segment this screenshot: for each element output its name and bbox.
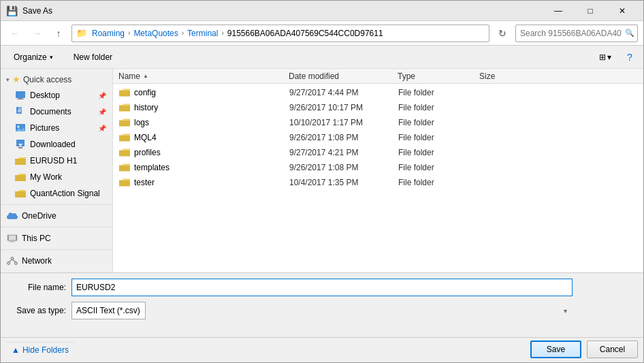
file-name: history [134,103,158,112]
view-button[interactable]: ⊞ ▾ [594,49,616,65]
organize-button[interactable]: Organize ▾ [6,49,61,65]
onedrive-label: OneDrive [22,211,57,221]
up-button[interactable]: ↑ [50,25,67,42]
breadcrumb-metaquotes[interactable]: MetaQuotes [133,29,178,38]
file-date: 10/4/2017 1:35 PM [289,178,398,187]
title-bar-buttons: — □ ✕ [543,1,638,21]
mywork-folder-icon [15,172,26,183]
file-date: 9/27/2017 4:21 PM [289,148,398,157]
sidebar-item-documents[interactable]: Documents 📌 [1,104,112,120]
svg-line-21 [12,259,16,262]
col-size-header[interactable]: Size [479,72,534,81]
downloaded-icon [15,139,26,150]
hide-folders-icon: ▲ [12,345,20,355]
file-name: profiles [134,148,161,157]
search-input[interactable] [520,29,622,38]
filetype-select[interactable]: ASCII Text (*.csv) [71,302,146,319]
quantaction-folder-icon [15,188,26,199]
quantaction-label: QuantAction Signal [30,189,100,198]
breadcrumb-terminal[interactable]: Terminal [187,29,218,38]
cancel-button[interactable]: Cancel [587,341,638,358]
sidebar-divider-3 [1,249,112,250]
thispc-icon [7,233,18,244]
file-list-area: Name ▲ Date modified Type Size [113,69,643,272]
table-row[interactable]: MQL4 9/26/2017 1:08 PM File folder [113,130,643,145]
quick-access-header[interactable]: ▾ ★ Quick access [1,72,112,87]
column-header: Name ▲ Date modified Type Size [113,69,643,84]
sidebar-item-thispc[interactable]: This PC [1,230,112,247]
documents-icon [15,106,26,117]
help-button[interactable]: ? [622,49,638,65]
svg-point-17 [11,257,14,260]
desktop-label: Desktop [30,91,60,100]
table-row[interactable]: profiles 9/27/2017 4:21 PM File folder [113,145,643,160]
file-type: File folder [398,163,480,172]
bottom-area: File name: Save as type: ASCII Text (*.c… [1,272,643,337]
close-button[interactable]: ✕ [607,1,638,21]
table-row[interactable]: logs 10/10/2017 1:17 PM File folder [113,115,643,130]
maximize-button[interactable]: □ [575,1,606,21]
pin-desktop-icon: 📌 [98,92,106,99]
sort-arrow-icon: ▲ [143,73,148,79]
view-icon: ⊞ [599,52,606,62]
refresh-button[interactable]: ↻ [494,25,511,42]
svg-rect-16 [10,241,16,242]
sidebar-item-network[interactable]: Network [1,253,112,269]
file-list: config 9/27/2017 4:44 PM File folder his… [113,84,643,272]
sidebar: ▾ ★ Quick access Desktop 📌 Documents [1,69,113,272]
quick-access-expand-icon: ▾ [6,76,10,83]
file-name: logs [134,118,149,127]
view-chevron-icon: ▾ [607,52,611,62]
breadcrumb-id[interactable]: 915566BA06ADA407569C544CC0D97611 [227,29,383,38]
sidebar-divider-2 [1,227,112,227]
col-name-header[interactable]: Name ▲ [118,72,289,81]
file-type: File folder [398,103,480,112]
new-folder-button[interactable]: New folder [66,49,120,65]
sidebar-item-onedrive[interactable]: OneDrive [1,208,112,224]
sidebar-item-desktop[interactable]: Desktop 📌 [1,87,112,104]
table-row[interactable]: tester 10/4/2017 1:35 PM File folder [113,175,643,190]
hide-folders-button[interactable]: ▲ Hide Folders [6,342,74,358]
downloaded-label: Downloaded [30,140,76,149]
pictures-icon [15,123,26,133]
sidebar-item-quantaction[interactable]: QuantAction Signal [1,185,112,202]
minimize-button[interactable]: — [543,1,574,21]
documents-label: Documents [30,107,71,116]
breadcrumb-roaming[interactable]: Roaming [92,29,125,38]
desktop-icon [15,90,26,101]
address-bar-row: ← → ↑ 📁 Roaming › MetaQuotes › Terminal … [1,21,643,46]
col-date-header[interactable]: Date modified [289,72,398,81]
dialog-icon: 💾 [6,5,17,16]
eurusd-label: EURUSD H1 [30,156,77,165]
breadcrumb: 📁 Roaming › MetaQuotes › Terminal › 9155… [71,25,489,42]
mywork-label: My Work [30,172,62,182]
sidebar-item-eurusd[interactable]: EURUSD H1 [1,153,112,169]
save-as-dialog: 💾 Save As — □ ✕ ← → ↑ 📁 Roaming › MetaQu… [0,0,644,363]
dialog-title: Save As [22,6,52,16]
sidebar-item-mywork[interactable]: My Work [1,169,112,185]
footer: ▲ Hide Folders Save Cancel [1,337,643,362]
col-type-header[interactable]: Type [398,72,479,81]
pin-pictures-icon: 📌 [98,125,106,132]
organize-chevron-icon: ▾ [50,54,53,61]
table-row[interactable]: templates 9/26/2017 1:08 PM File folder [113,160,643,175]
svg-point-18 [7,262,10,265]
sidebar-item-pictures[interactable]: Pictures 📌 [1,120,112,136]
file-name: templates [134,163,170,172]
toolbar: Organize ▾ New folder ⊞ ▾ ? [1,46,643,69]
file-date: 9/26/2017 1:08 PM [289,163,398,172]
title-bar: 💾 Save As — □ ✕ [1,1,643,21]
svg-rect-15 [10,241,14,242]
table-row[interactable]: config 9/27/2017 4:44 PM File folder [113,85,643,100]
forward-button: → [28,25,46,42]
filename-input[interactable] [71,279,573,296]
svg-point-8 [18,126,20,128]
save-button[interactable]: Save [530,341,581,358]
sidebar-item-downloaded[interactable]: Downloaded [1,136,112,153]
quick-access-section: ▾ ★ Quick access Desktop 📌 Documents [1,72,112,202]
table-row[interactable]: history 9/26/2017 10:17 PM File folder [113,100,643,115]
filetype-select-wrapper: ASCII Text (*.csv) [71,302,573,319]
file-date: 9/26/2017 1:08 PM [289,133,398,142]
sidebar-divider-1 [1,204,112,205]
title-bar-left: 💾 Save As [6,5,52,16]
